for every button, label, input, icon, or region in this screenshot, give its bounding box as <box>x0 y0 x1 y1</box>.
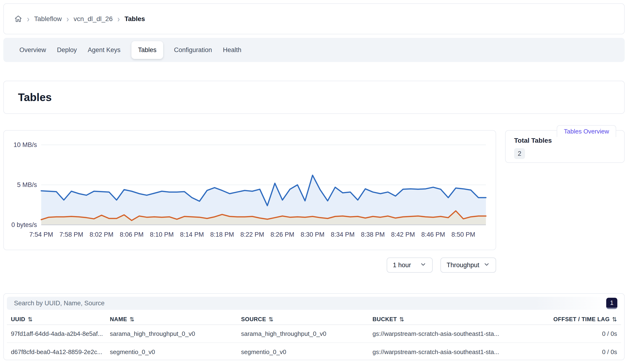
time-range-select[interactable]: 1 hour <box>387 258 433 273</box>
column-label: NAME <box>110 316 127 323</box>
x-axis-tick: 7:58 PM <box>60 231 83 238</box>
cell-bucket: gs://warpstream-scratch-asia-southeast1-… <box>373 348 538 356</box>
tab-tables[interactable]: Tables <box>131 41 163 59</box>
time-range-value: 1 hour <box>393 262 411 269</box>
breadcrumb-item-cluster[interactable]: vcn_dl_dl_26 <box>74 15 113 23</box>
tab-bar: OverviewDeployAgent KeysTablesConfigurat… <box>3 38 625 62</box>
tab-agent-keys[interactable]: Agent Keys <box>88 46 121 54</box>
breadcrumb-separator: › <box>67 14 69 24</box>
breadcrumb-item-current: Tables <box>125 15 145 23</box>
content-row: 0 bytes/s5 MB/s10 MB/s7:54 PM7:58 PM8:02… <box>3 130 625 250</box>
y-axis-tick: 0 bytes/s <box>11 221 37 228</box>
metric-select[interactable]: Throughput <box>440 258 496 273</box>
tab-deploy[interactable]: Deploy <box>57 46 77 54</box>
total-tables-label: Total Tables <box>514 137 616 144</box>
column-header-name[interactable]: NAME⇅ <box>110 316 241 323</box>
tab-health[interactable]: Health <box>223 46 241 54</box>
x-axis-tick: 7:54 PM <box>29 231 53 238</box>
sort-icon[interactable]: ⇅ <box>269 316 274 323</box>
throughput-chart: 0 bytes/s5 MB/s10 MB/s7:54 PM7:58 PM8:02… <box>4 131 496 250</box>
y-axis-tick: 10 MB/s <box>13 141 37 148</box>
column-label: SOURCE <box>241 316 266 323</box>
home-icon[interactable] <box>14 15 22 23</box>
column-header-offset-time-lag[interactable]: OFFSET / TIME LAG⇅ <box>538 316 617 323</box>
chevron-down-icon <box>420 261 426 269</box>
cell-source: segmentio_0_v0 <box>241 348 373 356</box>
tab-tables-overview[interactable]: Tables Overview <box>557 125 616 137</box>
cell-uuid: 97fd1aff-64dd-4ada-a2b4-8e5af... <box>11 330 110 338</box>
tab-overview[interactable]: Overview <box>19 46 46 54</box>
sort-icon[interactable]: ⇅ <box>130 316 135 323</box>
table-row[interactable]: 97fd1aff-64dd-4ada-a2b4-8e5af...sarama_h… <box>7 325 621 343</box>
y-axis-tick: 5 MB/s <box>17 181 37 188</box>
cell-source: sarama_high_throughput_0_v0 <box>241 330 373 338</box>
chart-controls: 1 hour Throughput <box>3 258 496 273</box>
x-axis-tick: 8:10 PM <box>150 231 174 238</box>
x-axis-tick: 8:06 PM <box>120 231 144 238</box>
x-axis-tick: 8:50 PM <box>451 231 475 238</box>
sort-icon[interactable]: ⇅ <box>28 316 33 323</box>
table-body: 97fd1aff-64dd-4ada-a2b4-8e5af...sarama_h… <box>7 325 621 360</box>
x-axis-tick: 8:42 PM <box>391 231 415 238</box>
breadcrumb: › Tableflow › vcn_dl_dl_26 › Tables <box>14 15 145 23</box>
column-label: BUCKET <box>373 316 397 323</box>
breadcrumb-item-tableflow[interactable]: Tableflow <box>34 15 62 23</box>
title-card: Tables <box>3 81 625 114</box>
total-tables-value: 2 <box>514 148 525 159</box>
breadcrumb-card: › Tableflow › vcn_dl_dl_26 › Tables <box>3 3 625 34</box>
x-axis-tick: 8:30 PM <box>301 231 325 238</box>
column-header-uuid[interactable]: UUID⇅ <box>11 316 110 323</box>
table-row[interactable]: d67f8cfd-bea0-4a12-8859-2e2c...segmentio… <box>7 343 621 360</box>
breadcrumb-separator: › <box>27 14 29 24</box>
x-axis-tick: 8:38 PM <box>361 231 385 238</box>
cell-offset_time_lag: 0 / 0s <box>538 348 617 356</box>
x-axis-tick: 8:02 PM <box>89 231 113 238</box>
cell-uuid: d67f8cfd-bea0-4a12-8859-2e2c... <box>11 348 110 356</box>
column-header-bucket[interactable]: BUCKET⇅ <box>373 316 538 323</box>
search-input[interactable] <box>7 297 621 310</box>
overview-column: Tables Overview Total Tables 2 <box>505 130 625 163</box>
x-axis-tick: 8:26 PM <box>270 231 294 238</box>
page: › Tableflow › vcn_dl_dl_26 › Tables Over… <box>0 0 628 360</box>
chevron-down-icon <box>483 261 490 269</box>
x-axis-tick: 8:34 PM <box>331 231 355 238</box>
sort-icon[interactable]: ⇅ <box>612 316 617 323</box>
cell-name: sarama_high_throughput_0_v0 <box>110 330 241 338</box>
column-header-source[interactable]: SOURCE⇅ <box>241 316 373 323</box>
x-axis-tick: 8:18 PM <box>210 231 234 238</box>
page-number-button[interactable]: 1 <box>606 298 617 309</box>
page-title: Tables <box>18 91 52 104</box>
breadcrumb-separator: › <box>117 14 120 24</box>
sort-icon[interactable]: ⇅ <box>399 316 404 323</box>
cell-name: segmentio_0_v0 <box>110 348 241 356</box>
throughput-chart-card: 0 bytes/s5 MB/s10 MB/s7:54 PM7:58 PM8:02… <box>3 130 496 250</box>
metric-value: Throughput <box>447 262 479 269</box>
search-row: 1 <box>7 297 621 310</box>
tables-table-card: 1 UUID⇅NAME⇅SOURCE⇅BUCKET⇅OFFSET / TIME … <box>3 293 625 360</box>
x-axis-tick: 8:46 PM <box>421 231 445 238</box>
x-axis-tick: 8:14 PM <box>180 231 204 238</box>
x-axis-tick: 8:22 PM <box>240 231 264 238</box>
cell-offset_time_lag: 0 / 0s <box>538 330 617 338</box>
table-header-row: UUID⇅NAME⇅SOURCE⇅BUCKET⇅OFFSET / TIME LA… <box>7 314 621 325</box>
column-label: OFFSET / TIME LAG <box>553 316 610 323</box>
cell-bucket: gs://warpstream-scratch-asia-southeast1-… <box>373 330 538 338</box>
tab-configuration[interactable]: Configuration <box>174 46 212 54</box>
column-label: UUID <box>11 316 25 323</box>
